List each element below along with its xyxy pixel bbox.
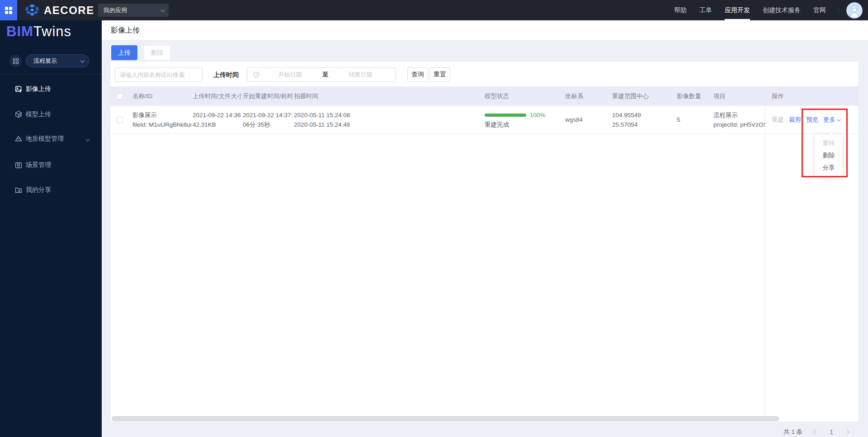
row-shot-end: 2020-05-11 15:24:48 xyxy=(294,120,375,129)
sidebar-item-label: 影像上传 xyxy=(26,85,51,93)
action-rebuild[interactable]: 重建 xyxy=(772,115,784,124)
sidebar-item-label: 场景管理 xyxy=(26,161,51,169)
expand-chevron-icon[interactable] xyxy=(86,135,89,142)
menu-item-help[interactable]: 帮助 xyxy=(674,0,687,20)
brand-name: AECORE xyxy=(44,4,94,17)
app-grid-icon xyxy=(5,7,12,14)
sidebar-item-scene-management[interactable]: 场景管理 xyxy=(0,160,102,171)
row-upload-time: 2021-09-22 14:36:09 xyxy=(193,110,241,120)
fixed-column-divider xyxy=(765,86,765,416)
pagination: 共 1 条 1 xyxy=(783,427,849,437)
row-actions: 重建 裁剪 预览 更多 xyxy=(772,115,858,124)
col-header-status: 模型状态 xyxy=(485,86,564,106)
chevron-down-icon xyxy=(80,58,85,63)
menu-divider xyxy=(839,7,839,14)
dropdown-item-delete[interactable]: 删除 xyxy=(815,149,842,162)
aecore-logo-icon xyxy=(24,3,40,18)
total-count: 共 1 条 xyxy=(783,428,802,436)
app-select-value: 我的应用 xyxy=(104,6,161,14)
user-avatar[interactable] xyxy=(846,2,863,19)
next-page-icon[interactable] xyxy=(844,429,849,434)
table-row: 影像展示 fileId: M1uURgBhk8un 2021-09-22 14:… xyxy=(110,106,859,134)
more-dropdown-menu: 重转 删除 分享 xyxy=(815,134,842,177)
action-more-label: 更多 xyxy=(823,115,835,124)
row-center-lat: 25.57054 xyxy=(612,120,675,129)
page-number[interactable]: 1 xyxy=(830,428,833,436)
sidebar-item-label: 我的分享 xyxy=(26,186,51,194)
col-header-name: 名称/ID xyxy=(132,86,191,106)
col-header-action: 操作 xyxy=(772,86,858,106)
title-strip: 影像上传 xyxy=(102,20,868,40)
row-file-id: fileId: M1uURgBhk8un xyxy=(132,120,191,129)
action-crop[interactable]: 裁剪 xyxy=(789,115,801,124)
sidebar-item-model-upload[interactable]: 模型上传 xyxy=(0,109,102,120)
workspace-selector-row: 流程展示 xyxy=(0,54,102,67)
sidebar-item-my-shares[interactable]: 我的分享 xyxy=(0,185,102,195)
app-launcher-button[interactable] xyxy=(0,0,17,20)
start-date-input[interactable]: 开始日期 xyxy=(259,71,321,79)
col-header-project: 项目 xyxy=(713,86,765,106)
share-folder-icon xyxy=(14,186,23,194)
search-input[interactable] xyxy=(115,67,203,82)
sidebar-item-geology-model[interactable]: 地质模型管理 xyxy=(0,133,102,144)
date-range-picker[interactable]: 开始日期 至 结束日期 xyxy=(247,67,396,82)
bimtwins-logo: BIMTwins xyxy=(6,24,71,40)
sidebar-divider xyxy=(0,74,102,74)
model-status-progress: 100% xyxy=(485,110,564,120)
row-status-text: 重建完成 xyxy=(485,120,564,129)
scene-map-icon xyxy=(14,161,23,169)
menu-item-app-dev[interactable]: 应用开发 xyxy=(725,0,750,20)
col-header-count: 影像数量 xyxy=(677,86,712,106)
sidebar-item-label: 模型上传 xyxy=(26,110,51,119)
row-project: 流程展示 xyxy=(713,110,765,120)
row-file-size: 42.31KB xyxy=(193,120,241,129)
action-preview[interactable]: 预览 xyxy=(806,115,818,124)
horizontal-scrollbar[interactable] xyxy=(112,416,779,421)
row-image-count: 5 xyxy=(677,115,712,124)
sidebar-item-label: 地质模型管理 xyxy=(26,135,64,143)
col-header-coord: 坐标系 xyxy=(565,86,610,106)
avatar-icon xyxy=(846,2,863,19)
topbar: AECORE 我的应用 帮助 工单 应用开发 创建技术服务 官网 xyxy=(0,0,868,20)
delete-button[interactable]: 删除 xyxy=(144,45,170,60)
main-content: 影像上传 上传 删除 上传时间 开始日期 至 结束日期 查询 重置 名称/ID … xyxy=(102,20,868,437)
prev-page-icon[interactable] xyxy=(814,429,819,434)
progress-bar xyxy=(485,114,526,117)
workspace-grid-button[interactable] xyxy=(9,55,22,67)
col-header-shot: 拍摄时间 xyxy=(294,86,375,106)
sidebar-item-image-upload[interactable]: 影像上传 xyxy=(0,84,102,95)
table-header: 名称/ID 上传时间/文件大小 开始重建时间/耗时 拍摄时间 模型状态 坐标系 … xyxy=(110,86,859,106)
dropdown-item-share[interactable]: 分享 xyxy=(815,162,842,174)
clock-icon xyxy=(253,71,259,78)
chevron-down-icon xyxy=(837,118,840,121)
select-all-checkbox[interactable] xyxy=(117,93,123,100)
grid-icon xyxy=(13,58,19,64)
query-button[interactable]: 查询 xyxy=(407,67,428,82)
row-center-lng: 104.95549 xyxy=(612,110,675,120)
app-select[interactable]: 我的应用 xyxy=(98,4,169,17)
page-title: 影像上传 xyxy=(111,26,140,35)
action-more[interactable]: 更多 xyxy=(823,115,840,124)
workspace-select-value: 流程展示 xyxy=(33,57,80,65)
logo-text-twins: Twins xyxy=(33,24,71,39)
progress-percent: 100% xyxy=(530,110,546,120)
row-rebuild-time: 2021-09-22 14:37:51 xyxy=(243,110,292,120)
content-card: 上传时间 开始日期 至 结束日期 查询 重置 名称/ID 上传时间/文件大小 开… xyxy=(110,61,859,422)
row-coord-system: wgs84 xyxy=(565,115,610,124)
end-date-input[interactable]: 结束日期 xyxy=(330,71,391,79)
chevron-down-icon xyxy=(160,8,165,12)
sidebar: BIMTwins 流程展示 影像上传 模型上传 地质模 xyxy=(0,20,102,437)
row-checkbox[interactable] xyxy=(117,117,123,123)
dropdown-item-retransfer[interactable]: 重转 xyxy=(815,137,842,149)
upload-button[interactable]: 上传 xyxy=(111,45,137,60)
menu-item-workorder[interactable]: 工单 xyxy=(699,0,712,20)
reset-button[interactable]: 重置 xyxy=(429,67,450,82)
menu-item-create-service[interactable]: 创建技术服务 xyxy=(763,0,801,20)
row-name: 影像展示 xyxy=(132,110,191,120)
col-header-center: 重建范围中心 xyxy=(612,86,675,106)
col-header-upload: 上传时间/文件大小 xyxy=(193,86,241,106)
col-header-rebuild: 开始重建时间/耗时 xyxy=(243,86,292,106)
workspace-select[interactable]: 流程展示 xyxy=(26,54,90,67)
menu-item-official-site[interactable]: 官网 xyxy=(813,0,826,20)
upload-time-label: 上传时间 xyxy=(213,67,239,82)
